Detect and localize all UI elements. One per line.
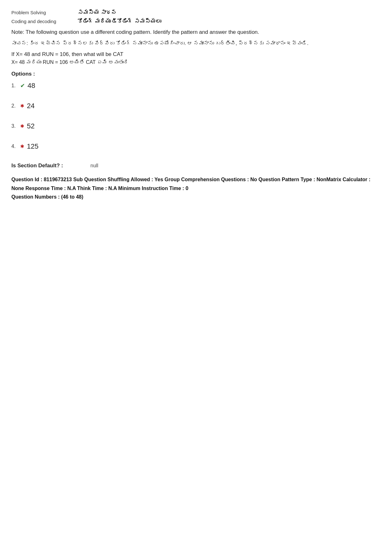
option-item-4: 4. ✱ 125 [11, 142, 381, 151]
option-value-1: 48 [28, 82, 35, 90]
check-icon-1: ✔ [20, 82, 25, 89]
option-number-1: 1. [11, 83, 20, 89]
section-default-row: Is Section Default? : null [11, 163, 381, 169]
option-value-4: 125 [27, 142, 39, 151]
cross-icon-2: ✱ [20, 103, 24, 109]
option-number-2: 2. [11, 103, 20, 109]
option-item-3: 3. ✱ 52 [11, 122, 381, 130]
coding-label: Coding and decoding [11, 19, 78, 24]
option-number-3: 3. [11, 123, 20, 129]
question-telugu: X= 48 మరియు RUN = 106 అయితే CAT ఏమి అవుత… [11, 59, 381, 65]
section-default-label: Is Section Default? : [11, 163, 90, 169]
options-label: Options : [11, 71, 381, 77]
note-telugu: సూచన: కింద ఇచ్చిన ప్రశ్నలకు వేర్వేరు కోడ… [11, 39, 381, 47]
meta-text: Question Id : 8119673213 Sub Question Sh… [11, 177, 371, 191]
question-english: If X= 48 and RUN = 106, then what will b… [11, 51, 381, 58]
topic-label: Problem Solving [11, 10, 78, 15]
meta-block: Question Id : 8119673213 Sub Question Sh… [11, 175, 381, 201]
cross-icon-4: ✱ [20, 144, 24, 149]
option-value-2: 24 [27, 102, 34, 110]
option-item-1: 1. ✔ 48 [11, 82, 381, 90]
note-english: Note: The following question use a diffe… [11, 28, 381, 36]
cross-icon-3: ✱ [20, 123, 24, 129]
option-item-2: 2. ✱ 24 [11, 102, 381, 110]
option-number-4: 4. [11, 144, 20, 149]
coding-value: కోడింగ్ మరియు డీకోడింగ్ సమస్యలు [78, 18, 161, 25]
topic-value: సమస్య సాధన [78, 9, 117, 16]
section-default-value: null [90, 163, 98, 169]
coding-row: Coding and decoding కోడింగ్ మరియు డీకోడి… [11, 18, 381, 25]
meta-question-numbers: Question Numbers : (46 to 48) [11, 194, 83, 200]
option-value-3: 52 [27, 122, 34, 130]
topic-row: Problem Solving సమస్య సాధన [11, 9, 381, 16]
options-list: 1. ✔ 48 2. ✱ 24 3. ✱ 52 4. ✱ 125 [11, 82, 381, 151]
